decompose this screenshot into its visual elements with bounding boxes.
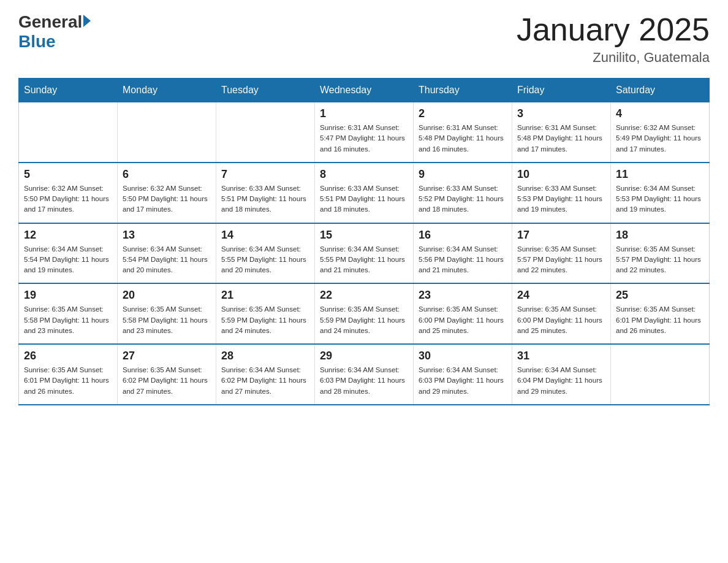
day-number: 30: [419, 350, 507, 362]
logo-general-text: General: [18, 12, 82, 32]
day-info: Sunrise: 6:35 AM Sunset: 5:58 PM Dayligh…: [123, 304, 211, 336]
day-info: Sunrise: 6:32 AM Sunset: 5:50 PM Dayligh…: [123, 183, 211, 215]
calendar-cell: 31Sunrise: 6:34 AM Sunset: 6:04 PM Dayli…: [512, 344, 611, 405]
day-info: Sunrise: 6:35 AM Sunset: 5:57 PM Dayligh…: [616, 244, 704, 276]
calendar-cell: 26Sunrise: 6:35 AM Sunset: 6:01 PM Dayli…: [19, 344, 118, 405]
day-info: Sunrise: 6:34 AM Sunset: 5:56 PM Dayligh…: [419, 244, 507, 276]
day-info: Sunrise: 6:34 AM Sunset: 5:55 PM Dayligh…: [320, 244, 408, 276]
calendar-cell: 28Sunrise: 6:34 AM Sunset: 6:02 PM Dayli…: [216, 344, 315, 405]
day-info: Sunrise: 6:34 AM Sunset: 5:55 PM Dayligh…: [221, 244, 309, 276]
day-number: 7: [221, 168, 309, 181]
day-number: 8: [320, 168, 408, 181]
day-number: 21: [221, 289, 309, 302]
logo: General Blue: [18, 12, 91, 52]
calendar-cell: 4Sunrise: 6:32 AM Sunset: 5:49 PM Daylig…: [611, 102, 710, 163]
calendar-cell: 2Sunrise: 6:31 AM Sunset: 5:48 PM Daylig…: [414, 102, 512, 163]
day-number: 17: [517, 229, 605, 242]
calendar-cell: [216, 102, 315, 163]
day-number: 14: [221, 229, 309, 242]
day-info: Sunrise: 6:34 AM Sunset: 6:03 PM Dayligh…: [320, 365, 408, 397]
day-number: 25: [616, 289, 704, 302]
day-number: 2: [419, 107, 507, 120]
page-header: General Blue January 2025 Zunilito, Guat…: [18, 12, 710, 66]
calendar-cell: 12Sunrise: 6:34 AM Sunset: 5:54 PM Dayli…: [19, 223, 118, 284]
day-number: 31: [517, 350, 605, 362]
day-number: 23: [419, 289, 507, 302]
day-header-tuesday: Tuesday: [216, 79, 315, 102]
calendar-cell: 9Sunrise: 6:33 AM Sunset: 5:52 PM Daylig…: [414, 163, 512, 223]
calendar-cell: 15Sunrise: 6:34 AM Sunset: 5:55 PM Dayli…: [315, 223, 414, 284]
day-number: 4: [616, 107, 704, 120]
calendar-cell: 13Sunrise: 6:34 AM Sunset: 5:54 PM Dayli…: [118, 223, 216, 284]
calendar-subtitle: Zunilito, Guatemala: [517, 50, 710, 66]
day-info: Sunrise: 6:34 AM Sunset: 6:04 PM Dayligh…: [517, 365, 605, 397]
day-number: 22: [320, 289, 408, 302]
day-info: Sunrise: 6:35 AM Sunset: 6:02 PM Dayligh…: [123, 365, 211, 397]
day-info: Sunrise: 6:31 AM Sunset: 5:48 PM Dayligh…: [419, 123, 507, 155]
title-section: January 2025 Zunilito, Guatemala: [517, 12, 710, 66]
day-number: 27: [123, 350, 211, 362]
day-info: Sunrise: 6:34 AM Sunset: 5:54 PM Dayligh…: [24, 244, 112, 276]
calendar-cell: [19, 102, 118, 163]
day-info: Sunrise: 6:35 AM Sunset: 5:58 PM Dayligh…: [24, 304, 112, 336]
calendar-cell: 5Sunrise: 6:32 AM Sunset: 5:50 PM Daylig…: [19, 163, 118, 223]
day-header-wednesday: Wednesday: [315, 79, 414, 102]
day-info: Sunrise: 6:33 AM Sunset: 5:51 PM Dayligh…: [320, 183, 408, 215]
day-number: 28: [221, 350, 309, 362]
day-number: 5: [24, 168, 112, 181]
day-number: 19: [24, 289, 112, 302]
day-header-thursday: Thursday: [414, 79, 512, 102]
calendar-table: SundayMondayTuesdayWednesdayThursdayFrid…: [18, 78, 710, 405]
day-info: Sunrise: 6:32 AM Sunset: 5:49 PM Dayligh…: [616, 123, 704, 155]
day-info: Sunrise: 6:33 AM Sunset: 5:53 PM Dayligh…: [517, 183, 605, 215]
calendar-cell: 23Sunrise: 6:35 AM Sunset: 6:00 PM Dayli…: [414, 283, 512, 344]
day-number: 12: [24, 229, 112, 242]
day-info: Sunrise: 6:35 AM Sunset: 5:59 PM Dayligh…: [221, 304, 309, 336]
calendar-cell: 25Sunrise: 6:35 AM Sunset: 6:01 PM Dayli…: [611, 283, 710, 344]
day-info: Sunrise: 6:35 AM Sunset: 6:00 PM Dayligh…: [419, 304, 507, 336]
day-number: 11: [616, 168, 704, 181]
day-info: Sunrise: 6:33 AM Sunset: 5:51 PM Dayligh…: [221, 183, 309, 215]
day-info: Sunrise: 6:34 AM Sunset: 6:03 PM Dayligh…: [419, 365, 507, 397]
calendar-cell: 11Sunrise: 6:34 AM Sunset: 5:53 PM Dayli…: [611, 163, 710, 223]
calendar-week-4: 19Sunrise: 6:35 AM Sunset: 5:58 PM Dayli…: [19, 283, 710, 344]
logo-arrow-icon: [83, 15, 91, 27]
calendar-cell: 17Sunrise: 6:35 AM Sunset: 5:57 PM Dayli…: [512, 223, 611, 284]
calendar-cell: [118, 102, 216, 163]
day-header-friday: Friday: [512, 79, 611, 102]
calendar-cell: 7Sunrise: 6:33 AM Sunset: 5:51 PM Daylig…: [216, 163, 315, 223]
calendar-cell: 16Sunrise: 6:34 AM Sunset: 5:56 PM Dayli…: [414, 223, 512, 284]
calendar-week-2: 5Sunrise: 6:32 AM Sunset: 5:50 PM Daylig…: [19, 163, 710, 223]
day-info: Sunrise: 6:33 AM Sunset: 5:52 PM Dayligh…: [419, 183, 507, 215]
day-info: Sunrise: 6:35 AM Sunset: 6:01 PM Dayligh…: [24, 365, 112, 397]
day-info: Sunrise: 6:35 AM Sunset: 6:01 PM Dayligh…: [616, 304, 704, 336]
calendar-week-1: 1Sunrise: 6:31 AM Sunset: 5:47 PM Daylig…: [19, 102, 710, 163]
day-header-monday: Monday: [118, 79, 216, 102]
day-number: 15: [320, 229, 408, 242]
day-info: Sunrise: 6:32 AM Sunset: 5:50 PM Dayligh…: [24, 183, 112, 215]
day-number: 9: [419, 168, 507, 181]
day-number: 20: [123, 289, 211, 302]
calendar-cell: 24Sunrise: 6:35 AM Sunset: 6:00 PM Dayli…: [512, 283, 611, 344]
calendar-cell: [611, 344, 710, 405]
calendar-cell: 14Sunrise: 6:34 AM Sunset: 5:55 PM Dayli…: [216, 223, 315, 284]
calendar-week-3: 12Sunrise: 6:34 AM Sunset: 5:54 PM Dayli…: [19, 223, 710, 284]
day-info: Sunrise: 6:34 AM Sunset: 5:54 PM Dayligh…: [123, 244, 211, 276]
calendar-cell: 27Sunrise: 6:35 AM Sunset: 6:02 PM Dayli…: [118, 344, 216, 405]
day-header-saturday: Saturday: [611, 79, 710, 102]
day-number: 3: [517, 107, 605, 120]
calendar-cell: 6Sunrise: 6:32 AM Sunset: 5:50 PM Daylig…: [118, 163, 216, 223]
day-number: 13: [123, 229, 211, 242]
calendar-week-5: 26Sunrise: 6:35 AM Sunset: 6:01 PM Dayli…: [19, 344, 710, 405]
calendar-header-row: SundayMondayTuesdayWednesdayThursdayFrid…: [19, 79, 710, 102]
day-info: Sunrise: 6:35 AM Sunset: 6:00 PM Dayligh…: [517, 304, 605, 336]
day-number: 24: [517, 289, 605, 302]
calendar-cell: 19Sunrise: 6:35 AM Sunset: 5:58 PM Dayli…: [19, 283, 118, 344]
day-number: 29: [320, 350, 408, 362]
calendar-cell: 22Sunrise: 6:35 AM Sunset: 5:59 PM Dayli…: [315, 283, 414, 344]
day-number: 26: [24, 350, 112, 362]
calendar-cell: 10Sunrise: 6:33 AM Sunset: 5:53 PM Dayli…: [512, 163, 611, 223]
calendar-cell: 18Sunrise: 6:35 AM Sunset: 5:57 PM Dayli…: [611, 223, 710, 284]
day-info: Sunrise: 6:34 AM Sunset: 5:53 PM Dayligh…: [616, 183, 704, 215]
calendar-cell: 8Sunrise: 6:33 AM Sunset: 5:51 PM Daylig…: [315, 163, 414, 223]
